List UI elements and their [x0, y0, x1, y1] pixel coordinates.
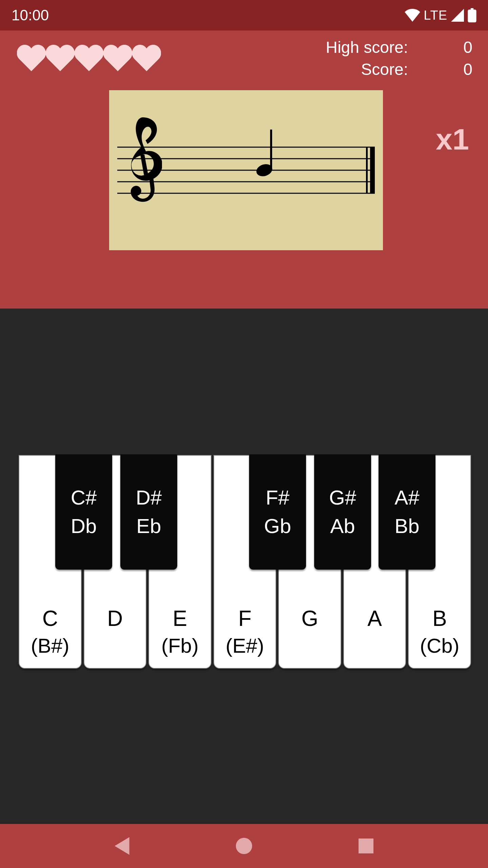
heart-icon — [103, 45, 132, 71]
high-score-value: 0 — [459, 37, 472, 59]
white-key-label: G — [301, 605, 318, 633]
white-key-sublabel: (Fb) — [161, 633, 199, 659]
white-key-sublabel: (E#) — [226, 633, 264, 659]
black-key-label-bot: Db — [71, 512, 97, 540]
note-icon — [255, 130, 275, 177]
wifi-icon — [405, 9, 420, 22]
svg-point-9 — [236, 838, 252, 854]
white-key-label: E — [173, 605, 187, 633]
white-key-sublabel: (B#) — [31, 633, 69, 659]
black-key-Csharp[interactable]: C#Db — [55, 454, 112, 570]
network-label: LTE — [424, 8, 447, 23]
status-right: LTE — [405, 8, 476, 23]
signal-icon — [451, 9, 464, 22]
nav-back-button[interactable] — [112, 836, 132, 856]
black-key-Asharp[interactable]: A#Bb — [379, 454, 435, 570]
score-value: 0 — [459, 59, 472, 81]
black-key-Fsharp[interactable]: F#Gb — [249, 454, 306, 570]
black-key-label-bot: Eb — [136, 512, 161, 540]
battery-icon — [468, 8, 476, 22]
white-key-label: B — [432, 605, 447, 633]
multiplier: x1 — [436, 122, 469, 157]
heart-icon — [75, 45, 103, 71]
heart-icon — [17, 45, 46, 71]
black-key-label-top: A# — [394, 484, 419, 512]
black-key-label-top: C# — [71, 484, 97, 512]
status-bar: 10:00 LTE — [0, 0, 488, 31]
score-block: High score: 0 Score: 0 — [326, 37, 472, 81]
black-key-label-top: G# — [329, 484, 356, 512]
status-time: 10:00 — [12, 7, 49, 24]
white-key-label: F — [238, 605, 251, 633]
black-key-Dsharp[interactable]: D#Eb — [120, 454, 177, 570]
white-key-label: D — [107, 605, 123, 633]
staff-card — [109, 90, 383, 250]
svg-rect-5 — [366, 147, 368, 193]
game-header: High score: 0 Score: 0 x1 — [0, 31, 488, 309]
heart-icon — [132, 45, 161, 71]
game-body: C(B#)D E(Fb)F(E#)G A B(Cb) C#DbD#EbF#GbG… — [0, 309, 488, 824]
svg-rect-6 — [370, 147, 375, 193]
heart-icon — [46, 45, 75, 71]
nav-home-button[interactable] — [234, 836, 254, 856]
white-key-sublabel — [307, 633, 313, 659]
nav-recent-button[interactable] — [356, 836, 376, 856]
white-key-sublabel: (Cb) — [420, 633, 460, 659]
white-key-label: C — [42, 605, 58, 633]
black-key-label-top: F# — [266, 484, 289, 512]
white-key-sublabel — [112, 633, 118, 659]
black-key-label-top: D# — [136, 484, 162, 512]
black-key-Gsharp[interactable]: G#Ab — [314, 454, 371, 570]
score-label: Score: — [361, 59, 408, 81]
treble-clef-icon — [121, 117, 162, 219]
piano: C(B#)D E(Fb)F(E#)G A B(Cb) C#DbD#EbF#GbG… — [19, 455, 471, 669]
android-nav-bar — [0, 824, 488, 868]
black-key-label-bot: Bb — [394, 512, 419, 540]
black-key-label-bot: Ab — [330, 512, 355, 540]
white-key-label: A — [367, 605, 382, 633]
svg-rect-10 — [359, 839, 373, 853]
high-score-label: High score: — [326, 37, 408, 59]
white-key-sublabel — [372, 633, 378, 659]
black-key-label-bot: Gb — [264, 512, 291, 540]
